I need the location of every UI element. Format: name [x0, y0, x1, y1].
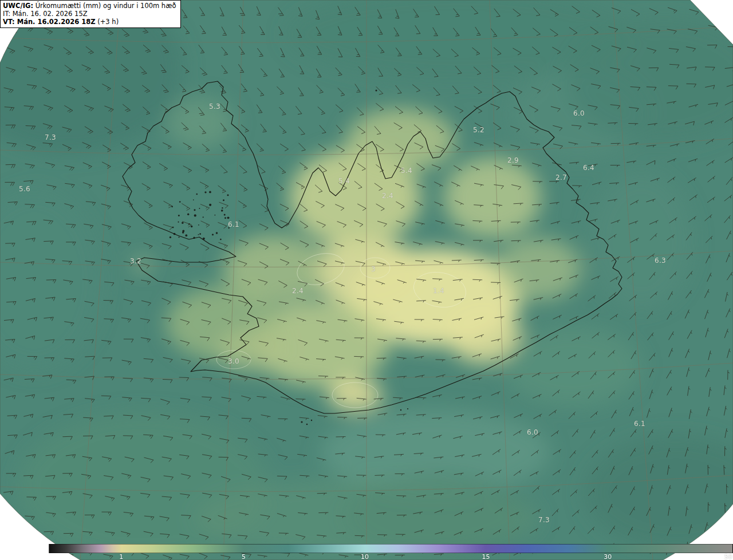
precip-blob: [135, 259, 151, 270]
island-speck: [193, 237, 195, 239]
island-speck: [376, 90, 377, 92]
precip-blob: [328, 379, 383, 411]
map-title: UWC/IG: Úrkomumætti (mm) og vindur i 100…: [3, 2, 176, 10]
colorbar-tick-label: 15: [482, 553, 490, 560]
precip-blob: [218, 329, 286, 372]
island-speck: [196, 194, 198, 195]
island-speck: [407, 408, 408, 409]
island-speck: [400, 409, 401, 411]
island-speck: [179, 201, 181, 203]
island-speck: [301, 421, 302, 423]
island-speck: [311, 420, 312, 421]
island-speck: [222, 207, 223, 208]
island-speck: [178, 222, 179, 223]
colorbar-tick-label: 10: [361, 553, 369, 560]
island-speck: [220, 239, 222, 240]
island-speck: [178, 236, 179, 238]
island-speck: [214, 215, 215, 216]
island-speck: [198, 224, 199, 226]
island-speck: [223, 199, 224, 201]
island-speck: [193, 199, 194, 200]
precip-blob: [504, 326, 641, 407]
island-speck: [227, 194, 228, 196]
island-speck: [170, 236, 171, 238]
colorbar: 1510153050: [49, 544, 733, 560]
island-speck: [224, 214, 226, 215]
island-speck: [227, 216, 230, 219]
island-speck: [198, 234, 199, 235]
colorbar-tick-label: 50: [724, 553, 732, 560]
island-speck: [228, 223, 230, 224]
island-speck: [212, 234, 214, 235]
island-speck: [228, 227, 229, 228]
map-canvas: [0, 0, 733, 560]
init-time: IT: Mán. 16. 02. 2026 15Z: [3, 10, 176, 18]
precip-blob: [346, 109, 455, 172]
island-speck: [191, 226, 192, 227]
island-speck: [178, 215, 180, 216]
island-speck: [199, 233, 201, 235]
island-speck: [203, 216, 204, 218]
island-speck: [174, 233, 176, 235]
precip-blob: [495, 238, 581, 301]
weather-map-stage: 5.37.35.66.13.25.45.42.45.22.92.76.06.46…: [0, 0, 733, 560]
colorbar-tick-label: 30: [604, 553, 612, 560]
model-name: UWC/IG:: [3, 2, 33, 10]
island-speck: [194, 214, 196, 216]
colorbar-gradient: [49, 544, 733, 553]
island-speck: [216, 232, 218, 234]
colorbar-tick-label: 1: [119, 553, 123, 560]
precip-blob: [444, 157, 541, 238]
island-speck: [221, 210, 223, 212]
island-speck: [187, 214, 189, 215]
precip-blob: [166, 97, 235, 149]
colorbar-tick-label: 5: [242, 553, 246, 560]
valid-time-text: VT: Mán. 16.02.2026 18Z: [3, 18, 96, 26]
island-speck: [306, 424, 308, 425]
island-speck: [224, 217, 226, 219]
island-speck: [199, 208, 200, 209]
title-text: Úrkomumætti (mm) og vindur i 100m hæð: [33, 2, 176, 10]
island-speck: [185, 234, 187, 236]
island-speck: [203, 238, 205, 240]
island-speck: [204, 191, 206, 193]
precip-blob: [590, 172, 693, 309]
valid-time: VT: Mán. 16.02.2026 18Z (+3 h): [3, 18, 176, 26]
island-speck: [209, 191, 211, 194]
island-speck: [182, 222, 183, 224]
valid-offset: (+3 h): [96, 18, 119, 26]
title-box: UWC/IG: Úrkomumætti (mm) og vindur i 100…: [0, 0, 181, 28]
island-speck: [209, 204, 211, 206]
island-speck: [194, 209, 195, 211]
island-speck: [182, 230, 184, 232]
